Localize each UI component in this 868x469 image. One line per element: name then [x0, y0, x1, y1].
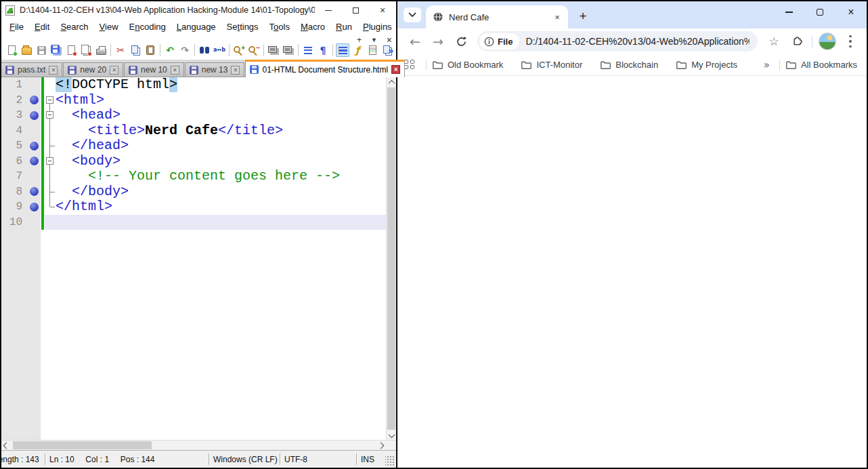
undo-button[interactable]: ↶	[163, 43, 177, 57]
menu-edit[interactable]: Edit	[29, 20, 55, 33]
bookmark-folder-blockchain[interactable]: Blockchain	[600, 60, 658, 70]
bookmark-star-button[interactable]: ☆	[763, 30, 785, 52]
code-text[interactable]: <!-- Your content goes here -->	[56, 169, 386, 184]
bookmark-margin[interactable]	[27, 154, 41, 169]
tab-close-button[interactable]: ×	[171, 66, 179, 75]
url-text[interactable]: D:/1404-11-02-CEH%20v13/04-Web%20Applica…	[525, 36, 750, 47]
document-tab-2[interactable]: new 20×	[63, 62, 123, 77]
fold-collapse-box[interactable]	[46, 111, 53, 119]
bookmark-margin[interactable]	[27, 123, 41, 139]
extensions-button[interactable]	[786, 30, 808, 52]
vertical-scrollbar-thumb[interactable]	[387, 87, 395, 430]
npp-vertical-scrollbar[interactable]	[386, 77, 396, 440]
close-button[interactable]	[64, 43, 78, 57]
code-text[interactable]: </body>	[56, 184, 386, 200]
tab-close-button[interactable]: ×	[231, 66, 240, 75]
menu-language[interactable]: Language	[171, 20, 221, 33]
chrome-minimize-button[interactable]	[773, 1, 804, 23]
bookmark-folder-ict-monitor[interactable]: ICT-Monitor	[521, 60, 582, 70]
fold-collapse-box[interactable]	[46, 96, 53, 104]
function-list-button[interactable]: ƒ	[351, 43, 364, 57]
all-bookmarks-button[interactable]: All Bookmarks	[785, 60, 857, 70]
menu-tools[interactable]: Tools	[264, 20, 295, 33]
redo-button[interactable]: ↷	[178, 43, 192, 57]
npp-horizontal-scrollbar[interactable]	[1, 440, 396, 450]
horizontal-scrollbar-track[interactable]	[12, 441, 376, 450]
bookmark-margin[interactable]	[27, 184, 41, 200]
tab-close-button[interactable]: ×	[391, 65, 400, 74]
back-button[interactable]: ←	[404, 30, 426, 52]
code-text[interactable]: <title>Nerd Cafe</title>	[56, 123, 386, 139]
replace-button[interactable]: a↔b	[213, 43, 226, 57]
scroll-down-button[interactable]	[387, 430, 396, 440]
menu-macro[interactable]: Macro	[295, 20, 330, 33]
menu-search[interactable]: Search	[55, 20, 93, 33]
tab-search-button[interactable]	[404, 7, 421, 22]
npp-toolbar-overflow-button[interactable]: »	[389, 45, 393, 56]
document-tab-5[interactable]: 01-HTML Document Structure.html×	[245, 60, 405, 77]
document-tab-1[interactable]: pass.txt×	[1, 62, 62, 77]
tab-close-button[interactable]: ×	[552, 12, 563, 22]
new-file-button[interactable]	[5, 43, 18, 57]
new-tab-button[interactable]: +	[573, 7, 592, 26]
menu-settings[interactable]: Settings	[221, 20, 264, 33]
bookmark-margin[interactable]	[27, 108, 41, 123]
menu-encoding[interactable]: Encoding	[124, 20, 171, 33]
chrome-maximize-button[interactable]	[804, 1, 836, 23]
code-text[interactable]: <html>	[56, 93, 386, 108]
npp-maximize-button[interactable]	[342, 2, 369, 18]
menu-file[interactable]: File	[4, 20, 29, 33]
show-all-characters-button[interactable]: ¶	[316, 43, 330, 57]
menu-run[interactable]: Run	[330, 20, 357, 33]
bookmark-margin[interactable]	[27, 215, 41, 230]
scroll-right-button[interactable]	[376, 441, 386, 451]
code-text[interactable]: </html>	[56, 199, 386, 215]
bookmark-margin[interactable]	[27, 77, 41, 93]
forward-button[interactable]: →	[427, 30, 449, 52]
bookmark-margin[interactable]	[27, 199, 41, 215]
address-bar[interactable]: File D:/1404-11-02-CEH%20v13/04-Web%20Ap…	[477, 31, 758, 52]
document-tab-3[interactable]: new 10×	[124, 62, 184, 77]
document-tab-4[interactable]: new 13×	[185, 62, 245, 77]
paste-button[interactable]	[144, 43, 157, 57]
menu-plugins[interactable]: Plugins	[357, 20, 397, 33]
chrome-tab-nerd-cafe[interactable]: Nerd Cafe ×	[426, 5, 568, 28]
npp-minimize-button[interactable]	[315, 2, 342, 18]
bookmark-folder-old-bookmark[interactable]: Old Bookmark	[432, 60, 503, 70]
sync-vertical-scrolling-button[interactable]	[267, 43, 280, 57]
menu-view[interactable]: View	[94, 20, 124, 33]
profile-button[interactable]	[817, 30, 838, 52]
bookmarks-overflow-button[interactable]: »	[764, 59, 770, 71]
scroll-left-button[interactable]	[1, 441, 12, 451]
open-file-button[interactable]	[20, 43, 33, 57]
npp-close-button[interactable]: ×	[369, 2, 396, 18]
chrome-page-content[interactable]	[397, 76, 867, 468]
save-button[interactable]	[35, 43, 48, 57]
tab-close-button[interactable]: ×	[49, 66, 58, 75]
sync-horizontal-scrolling-button[interactable]	[282, 43, 295, 57]
code-text[interactable]: <head>	[56, 108, 386, 123]
npp-code-area[interactable]: 1<!DOCTYPE html>2<html>3 <head>4 <title>…	[1, 77, 386, 440]
tab-close-button[interactable]: ×	[110, 66, 118, 75]
bookmark-margin[interactable]	[27, 138, 41, 154]
file-scheme-chip[interactable]: File	[479, 33, 519, 49]
chrome-close-button[interactable]: ×	[836, 1, 867, 23]
code-text[interactable]: <!DOCTYPE html>	[56, 77, 386, 93]
zoom-in-button[interactable]: +	[232, 43, 246, 57]
bookmark-folder-my-projects[interactable]: My Projects	[676, 60, 737, 70]
document-map-button[interactable]	[366, 43, 379, 57]
chrome-menu-button[interactable]	[840, 30, 861, 52]
save-all-button[interactable]	[49, 43, 63, 57]
copy-button[interactable]	[129, 43, 142, 57]
horizontal-scrollbar-thumb[interactable]	[13, 441, 152, 449]
code-text[interactable]: <body>	[56, 154, 386, 169]
scroll-up-button[interactable]	[387, 77, 396, 87]
find-button[interactable]	[198, 43, 211, 57]
resize-grip[interactable]	[385, 456, 395, 466]
reload-button[interactable]	[450, 30, 472, 52]
cut-button[interactable]: ✂	[114, 43, 127, 57]
code-text[interactable]	[56, 215, 386, 230]
print-button[interactable]	[94, 43, 108, 57]
word-wrap-button[interactable]	[301, 43, 315, 57]
npp-titlebar[interactable]: D:\1404-11-02-CEH v13\04-Web Application…	[1, 1, 396, 19]
